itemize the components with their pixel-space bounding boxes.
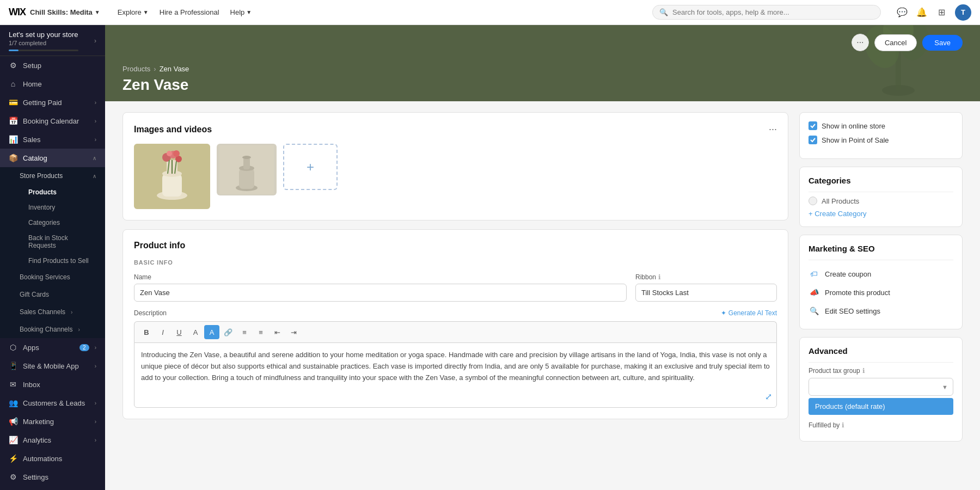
sidebar-label-settings: Settings (23, 473, 96, 481)
cancel-button[interactable]: Cancel (874, 34, 917, 51)
sidebar-item-site-mobile[interactable]: 📱 Site & Mobile App › (0, 357, 105, 375)
save-button[interactable]: Save (922, 35, 963, 51)
edit-seo-label: Edit SEO settings (825, 307, 880, 315)
store-name[interactable]: Chill Skills: Medita ▼ (30, 8, 100, 16)
sidebar-sub-item-products[interactable]: Products (28, 185, 105, 200)
edit-seo-item[interactable]: 🔍 Edit SEO settings (808, 302, 953, 320)
content-layout: Images and videos ··· (105, 101, 980, 460)
side-column: Show in online store Show in Point of Sa… (799, 112, 963, 449)
images-row: + (134, 144, 777, 209)
getting-paid-icon: 💳 (9, 98, 17, 107)
generate-ai-button[interactable]: ✦ Generate AI Text (721, 309, 777, 317)
create-category-button[interactable]: + Create Category (808, 210, 953, 218)
images-menu-icon[interactable]: ··· (769, 124, 777, 135)
italic-button[interactable]: I (155, 325, 170, 339)
show-pos-row: Show in Point of Sale (808, 136, 953, 144)
sidebar-item-booking-calendar[interactable]: 📅 Booking Calendar › (0, 112, 105, 130)
sidebar-setup[interactable]: Let's set up your store 1/7 completed › (0, 25, 105, 56)
description-toolbar: B I U A A 🔗 ≡ ≡ ⇤ ⇥ (134, 321, 777, 342)
apps-badge: 2 (79, 344, 89, 351)
show-online-store-checkbox[interactable] (808, 121, 817, 130)
link-button[interactable]: 🔗 (220, 325, 236, 339)
chevron-right-icon: › (94, 37, 96, 45)
sidebar-item-gift-cards[interactable]: Gift Cards (0, 286, 105, 303)
sidebar-sub-item-inventory[interactable]: Inventory (28, 200, 105, 215)
sidebar-item-store-products[interactable]: Store Products ∧ (0, 167, 105, 185)
chevron-right-icon: › (95, 363, 96, 369)
sidebar-item-customers[interactable]: 👥 Customers & Leads › (0, 394, 105, 412)
avatar[interactable]: T (955, 4, 971, 21)
font-highlight-button[interactable]: A (204, 325, 219, 339)
tax-group-select-wrapper: ▼ (808, 378, 953, 396)
indent-increase-button[interactable]: ⇥ (286, 325, 301, 339)
fulfilled-by-label: Fulfilled by ℹ (808, 421, 953, 429)
expand-icon[interactable]: ⤢ (765, 390, 772, 404)
chevron-right-icon: › (78, 327, 79, 333)
name-input[interactable] (134, 284, 627, 302)
ribbon-input[interactable] (635, 284, 777, 302)
bell-icon[interactable]: 🔔 (916, 7, 928, 19)
selected-tax-option[interactable]: Products (default rate) (808, 398, 953, 415)
sidebar-item-getting-paid[interactable]: 💳 Getting Paid › (0, 93, 105, 112)
ordered-list-button[interactable]: ≡ (253, 325, 268, 339)
underline-button[interactable]: U (171, 325, 187, 339)
sidebar-item-inbox[interactable]: ✉ Inbox (0, 375, 105, 394)
grid-icon[interactable]: ⊞ (935, 7, 947, 19)
search-bar[interactable]: 🔍 (652, 5, 881, 20)
progress-bar (9, 50, 78, 51)
svg-rect-22 (243, 157, 250, 169)
chevron-down-icon: ▼ (246, 9, 252, 15)
bullet-list-button[interactable]: ≡ (237, 325, 252, 339)
sidebar-item-home[interactable]: ⌂ Home (0, 75, 105, 93)
breadcrumb-parent[interactable]: Products (122, 65, 150, 73)
progress-fill (9, 50, 19, 51)
sidebar-sub-item-categories[interactable]: Categories (28, 215, 105, 230)
show-pos-checkbox[interactable] (808, 136, 817, 144)
sidebar-item-setup[interactable]: ⚙ Setup (0, 56, 105, 75)
chat-icon[interactable]: 💬 (896, 7, 908, 19)
font-color-button[interactable]: A (188, 325, 203, 339)
product-image-main[interactable] (134, 144, 210, 209)
settings-icon: ⚙ (9, 473, 17, 481)
indent-decrease-button[interactable]: ⇤ (270, 325, 285, 339)
all-products-label: All Products (822, 197, 859, 205)
more-options-button[interactable]: ··· (852, 34, 869, 51)
sidebar-item-catalog[interactable]: 📦 Catalog ∧ (0, 149, 105, 167)
help-link[interactable]: Help ▼ (230, 8, 252, 16)
sidebar-sub-item-back-in-stock[interactable]: Back in Stock Requests (28, 230, 105, 253)
sidebar-item-marketing[interactable]: 📢 Marketing › (0, 412, 105, 431)
create-coupon-item[interactable]: 🏷 Create coupon (808, 265, 953, 283)
topnav-icons: 💬 🔔 ⊞ T (896, 4, 971, 21)
explore-link[interactable]: Explore ▼ (118, 8, 149, 16)
sidebar-label-getting-paid: Getting Paid (23, 99, 89, 107)
chevron-right-icon: › (95, 137, 96, 143)
sidebar-label-apps: Apps (23, 344, 74, 352)
marketing-icon: 📢 (9, 417, 17, 426)
sidebar-item-automations[interactable]: ⚡ Automations (0, 449, 105, 468)
sidebar-label-sales: Sales (23, 136, 89, 144)
bold-button[interactable]: B (139, 325, 154, 339)
sidebar-sub-item-find-products[interactable]: Find Products to Sell (28, 253, 105, 268)
sidebar-item-settings[interactable]: ⚙ Settings (0, 468, 105, 486)
sidebar-item-sales[interactable]: 📊 Sales › (0, 130, 105, 149)
product-image-secondary[interactable] (217, 144, 277, 195)
description-area[interactable]: Introducing the Zen Vase, a beautiful an… (134, 342, 777, 408)
setup-icon: ⚙ (9, 61, 17, 70)
search-input[interactable] (672, 8, 874, 16)
create-coupon-label: Create coupon (825, 270, 871, 278)
tax-group-select[interactable] (808, 378, 953, 396)
breadcrumb: Products › Zen Vase (122, 58, 963, 73)
sidebar-item-booking-services[interactable]: Booking Services (0, 268, 105, 286)
search-icon: 🔍 (659, 8, 668, 16)
show-pos-label: Show in Point of Sale (822, 136, 889, 144)
sidebar-item-analytics[interactable]: 📈 Analytics › (0, 431, 105, 449)
hire-professional-link[interactable]: Hire a Professional (160, 8, 219, 16)
add-image-button[interactable]: + (283, 144, 338, 190)
promote-product-item[interactable]: 📣 Promote this product (808, 283, 953, 302)
promote-product-label: Promote this product (825, 289, 890, 297)
booking-services-label: Booking Services (20, 273, 70, 281)
sidebar-item-apps[interactable]: ⬡ Apps 2 › (0, 338, 105, 357)
chevron-right-icon: › (71, 309, 72, 315)
sidebar-item-booking-channels[interactable]: Booking Channels › (0, 321, 105, 338)
sidebar-item-sales-channels[interactable]: Sales Channels › (0, 303, 105, 321)
